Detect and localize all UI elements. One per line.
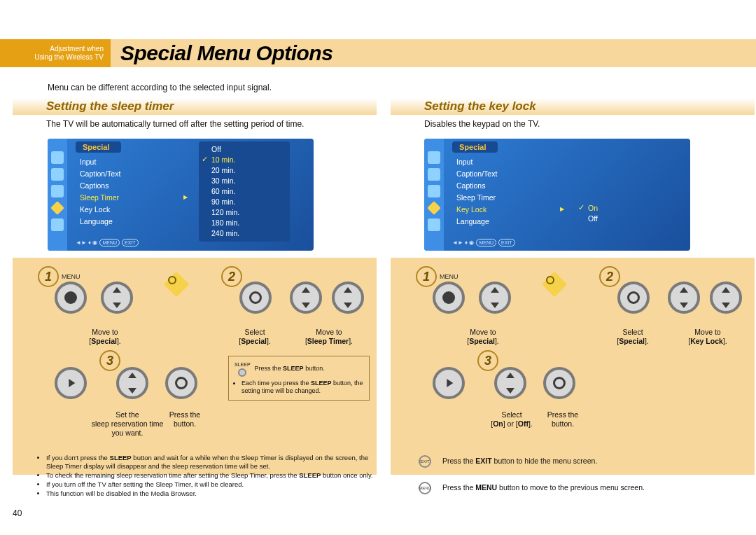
rail-icon-key: [51, 202, 64, 214]
osd-item: Language: [452, 215, 564, 227]
header: Adjustment when Using the Wireless TV Sp…: [0, 36, 756, 70]
osd-option: 120 min.: [199, 207, 290, 218]
page-title: Special Menu Options: [120, 41, 332, 65]
bullet: If you turn off the TV after setting the…: [46, 480, 381, 489]
rail-icon: [428, 168, 440, 181]
page-number: 40: [13, 508, 22, 518]
rail-icon: [428, 218, 440, 231]
exit-button-icon: EXIT: [419, 455, 431, 468]
osd-item: Captions: [452, 179, 564, 191]
osd-item-selected: Key Lock▶: [452, 203, 564, 215]
intro-text: Menu can be different according to the s…: [48, 83, 272, 92]
menu-note: Press the MENU button to move to the pre…: [442, 483, 750, 492]
step3-capb1: Press the: [169, 410, 200, 419]
remote-updown-button: [332, 282, 364, 314]
remote-updown-button: [479, 282, 511, 314]
rail-icon: [428, 185, 440, 197]
step-number: 1: [416, 266, 437, 287]
step3-capa1: Set the: [115, 410, 139, 419]
col-keylock: Setting the key lock Disables the keypad…: [391, 98, 755, 129]
section-desc-sleep: The TV will be automatically turned off …: [13, 115, 377, 129]
osd-option-list: Off 10 min. 20 min. 30 min. 60 min. 90 m…: [199, 141, 290, 242]
step1-cap2: Special: [91, 337, 117, 345]
exit-note: Press the EXIT button to hide the menu s…: [442, 457, 722, 466]
tab-line2: Using the Wireless TV: [10, 53, 104, 62]
arrow-right-icon: ▶: [560, 206, 564, 212]
osd-option-selected: On: [575, 203, 598, 214]
note-box: SLEEP Press the SLEEP button. Each time …: [228, 356, 370, 401]
step-number: 3: [99, 350, 120, 371]
step3-capa3: you want.: [112, 429, 144, 437]
sleep-btn-label: SLEEP: [234, 361, 251, 368]
osd-foot-exit: EXIT: [498, 239, 515, 246]
step1-cap1: Move to: [92, 328, 118, 336]
remote-right-button: [433, 367, 465, 399]
remote-menu-button: [433, 282, 465, 314]
osd-option: 30 min.: [199, 176, 290, 186]
osd-option: Off: [575, 214, 598, 224]
remote-select-button: [543, 367, 575, 399]
rail-icon: [51, 168, 64, 181]
osd-title: Special: [76, 141, 121, 153]
remote-updown-button: [494, 367, 526, 399]
menu-button-label: MENU: [62, 273, 80, 280]
osd-option: 60 min.: [199, 186, 290, 197]
osd-rail: [48, 139, 67, 251]
rail-icon: [428, 151, 440, 164]
osd-item: Language: [76, 215, 188, 227]
steps-keylock: 1 MENU Move to[Special]. 2 Select[Specia…: [391, 258, 755, 475]
section-bar-keylock: Setting the key lock: [391, 98, 755, 115]
sleep-button-icon: [238, 368, 246, 377]
osd-footer: ◄► ♦ ◉ MENU EXIT: [452, 239, 515, 246]
footer-bullets-sleep: If you don't press the SLEEP button and …: [38, 454, 381, 499]
step3-capa2: sleep reservation time: [92, 419, 164, 428]
key-icon: [165, 273, 188, 296]
step3-capb2: button.: [174, 419, 196, 428]
step2-capa1: Select: [244, 328, 265, 336]
rail-icon: [51, 185, 64, 197]
tab-line1: Adjustment when: [10, 45, 104, 53]
osd-item: Sleep Timer: [452, 191, 564, 203]
menu-button-label: MENU: [440, 273, 458, 280]
step-number: 1: [38, 266, 59, 287]
remote-select-button: [165, 367, 197, 399]
osd-footer: ◄► ♦ ◉ MENU EXIT: [76, 239, 139, 246]
osd-option: Off: [199, 144, 290, 155]
steps-sleep: 1 MENU Move to[Special]. 2 Select[Specia…: [13, 258, 377, 475]
menu-button-icon: MENU: [419, 482, 431, 494]
step2-capb2: Sleep Timer: [307, 337, 349, 345]
header-strip: Special Menu Options: [111, 39, 756, 67]
osd-item-list: Input Caption/Text Captions Sleep Timer …: [452, 155, 564, 227]
osd-option-selected: 10 min.: [199, 155, 290, 165]
osd-item-list: Input Caption/Text Captions Sleep Timer▶…: [76, 155, 188, 227]
step-number: 2: [221, 266, 242, 287]
section-bar-sleep: Setting the sleep timer: [13, 98, 377, 115]
bullet: This function will be disabled in the Me…: [46, 489, 381, 498]
bullet: If you don't press the SLEEP button and …: [46, 454, 381, 471]
rail-icon: [51, 218, 64, 231]
arrow-icons: ◄► ♦ ◉: [452, 239, 474, 246]
key-icon: [543, 273, 566, 296]
osd-option: 90 min.: [199, 197, 290, 207]
osd-item-selected: Sleep Timer▶: [76, 191, 188, 203]
remote-updown-button: [101, 282, 133, 314]
osd-foot-menu: MENU: [99, 239, 120, 246]
osd-item: Key Lock: [76, 203, 188, 215]
osd-sleep: Special Input Caption/Text Captions Slee…: [48, 139, 314, 251]
remote-updown-button: [710, 282, 742, 314]
osd-option: 20 min.: [199, 165, 290, 176]
osd-item: Input: [76, 155, 188, 167]
remote-select-button: [617, 282, 650, 314]
osd-item: Input: [452, 155, 564, 167]
osd-title: Special: [452, 141, 498, 153]
col-sleep: Setting the sleep timer The TV will be a…: [13, 98, 377, 129]
step-number: 3: [477, 350, 498, 371]
osd-option: 240 min.: [199, 228, 290, 239]
osd-foot-menu: MENU: [476, 239, 496, 246]
osd-foot-exit: EXIT: [122, 239, 139, 246]
remote-updown-button: [116, 367, 148, 399]
remote-right-button: [55, 367, 87, 399]
remote-updown-button: [290, 282, 322, 314]
step2-capb1: Move to: [316, 328, 342, 336]
note-bullet: Each time you press the SLEEP button, th…: [241, 380, 363, 395]
